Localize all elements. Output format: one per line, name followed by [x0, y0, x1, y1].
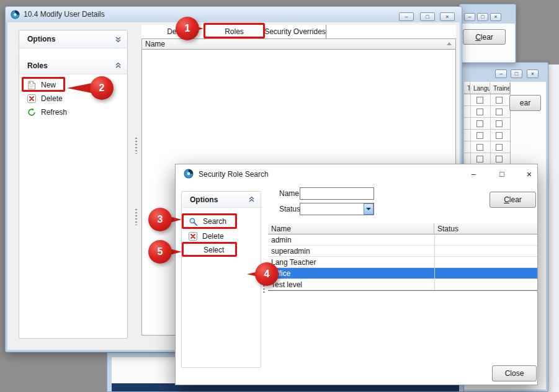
row-status-cell — [434, 246, 537, 256]
status-dropdown-button[interactable] — [364, 203, 373, 215]
checkbox[interactable] — [476, 120, 483, 127]
status-dropdown[interactable] — [300, 203, 374, 215]
close-button[interactable]: × — [440, 12, 455, 21]
partial-clear-button[interactable]: ear — [509, 95, 541, 111]
delete-icon — [27, 94, 36, 103]
tab-security-overrides[interactable]: Security Overrides — [264, 25, 326, 38]
splitter-grip[interactable] — [135, 138, 137, 154]
callout-1: 1 — [176, 17, 199, 40]
minimize-icon: – — [468, 14, 471, 20]
name-input[interactable] — [300, 187, 374, 200]
checkbox[interactable] — [476, 144, 483, 151]
close-button[interactable]: × — [527, 69, 539, 78]
close-label: Close — [505, 369, 524, 378]
checkbox[interactable] — [496, 144, 503, 151]
maximize-icon: □ — [481, 14, 484, 20]
name-field-label: Name — [279, 189, 299, 198]
table-row-selected[interactable]: Office — [268, 268, 537, 279]
chevron-up-icon[interactable] — [115, 62, 122, 69]
task-pane — [19, 30, 128, 339]
checkbox[interactable] — [476, 132, 483, 139]
column-header-langu[interactable]: Langu — [470, 82, 490, 94]
grid-vline — [490, 94, 491, 166]
close-icon: × — [527, 169, 532, 179]
row-name-cell: Office — [268, 268, 434, 278]
options-section-header[interactable]: Options — [182, 192, 261, 208]
checkbox[interactable] — [496, 97, 503, 104]
roles-section-header[interactable]: Roles — [19, 57, 127, 74]
delete-role-item[interactable]: Delete — [22, 92, 91, 105]
delete-label: Delete — [202, 232, 224, 241]
maximize-icon: □ — [515, 71, 518, 77]
minimize-button[interactable]: – — [464, 13, 475, 21]
checkbox[interactable] — [476, 156, 483, 163]
options-header-label: Options — [190, 195, 218, 204]
clear-label: lear — [509, 195, 522, 204]
delete-item[interactable]: Delete — [184, 230, 253, 243]
highlight-search-item — [182, 213, 237, 229]
roles-list-name-header[interactable]: Name — [142, 39, 455, 50]
delete-label: Delete — [41, 94, 63, 103]
maximize-button[interactable]: □ — [477, 13, 488, 21]
splitter-grip[interactable] — [135, 209, 137, 225]
callout-3: 3 — [148, 208, 172, 231]
maximize-button[interactable]: □ — [493, 167, 511, 180]
maximize-icon: □ — [426, 14, 429, 20]
app-icon — [184, 169, 194, 179]
row-status-cell — [434, 279, 537, 290]
table-row[interactable]: admin — [268, 234, 537, 246]
maximize-button[interactable]: □ — [420, 12, 435, 21]
delete-icon — [189, 232, 197, 241]
checkbox[interactable] — [496, 156, 503, 163]
chevron-down-icon[interactable] — [115, 36, 122, 43]
roles-header-label: Roles — [27, 61, 48, 70]
clear-label-accel: C — [475, 33, 481, 42]
callout-4: 4 — [255, 262, 279, 286]
column-header-t[interactable]: T — [464, 82, 470, 94]
table-header-status[interactable]: Status — [434, 223, 537, 234]
dialog-title: Security Role Search — [199, 169, 269, 179]
checkbox[interactable] — [476, 109, 483, 115]
minimize-icon: – — [405, 14, 408, 20]
maximize-icon: □ — [499, 169, 504, 179]
callout-tail — [67, 83, 92, 93]
minimize-button[interactable]: – — [495, 69, 507, 78]
app-icon — [11, 10, 20, 19]
close-dialog-button[interactable]: Close — [492, 365, 537, 381]
chevron-down-icon — [366, 208, 371, 210]
background-window-edge — [548, 65, 559, 392]
minimize-icon: – — [499, 71, 503, 77]
refresh-icon — [27, 108, 36, 117]
minimize-button[interactable]: – — [464, 167, 483, 180]
close-button[interactable]: × — [520, 167, 539, 180]
column-header-traine[interactable]: Traine — [490, 82, 510, 94]
table-row[interactable]: Test level — [268, 279, 537, 290]
row-name-cell: Test level — [268, 279, 434, 290]
options-section-header[interactable]: Options — [19, 30, 127, 48]
refresh-item[interactable]: Refresh — [22, 105, 91, 119]
highlight-roles-tab — [203, 23, 265, 38]
table-bottom-border — [268, 290, 537, 291]
maximize-button[interactable]: □ — [511, 69, 522, 78]
table-row[interactable]: Lang Teacher — [268, 257, 537, 268]
checkbox[interactable] — [476, 97, 483, 104]
callout-2: 2 — [90, 76, 114, 100]
table-row[interactable]: superadmin — [268, 246, 537, 257]
table-column-divider — [434, 234, 435, 290]
clear-button[interactable]: Clear — [490, 192, 536, 208]
minimize-button[interactable]: – — [399, 12, 414, 21]
grid-lines — [464, 94, 510, 166]
chevron-up-icon[interactable] — [248, 196, 255, 203]
clear-label: lear — [481, 33, 493, 42]
callout-5: 5 — [148, 240, 172, 264]
close-icon: × — [445, 14, 449, 20]
clear-button[interactable]: Clear — [463, 29, 506, 45]
checkbox[interactable] — [496, 109, 503, 115]
close-button[interactable]: × — [490, 13, 501, 21]
options-header-label: Options — [27, 35, 55, 43]
checkbox[interactable] — [496, 132, 503, 139]
table-header-name[interactable]: Name — [268, 223, 434, 234]
grid-vline — [470, 94, 471, 166]
minimize-icon: – — [471, 169, 475, 179]
checkbox[interactable] — [496, 120, 503, 127]
